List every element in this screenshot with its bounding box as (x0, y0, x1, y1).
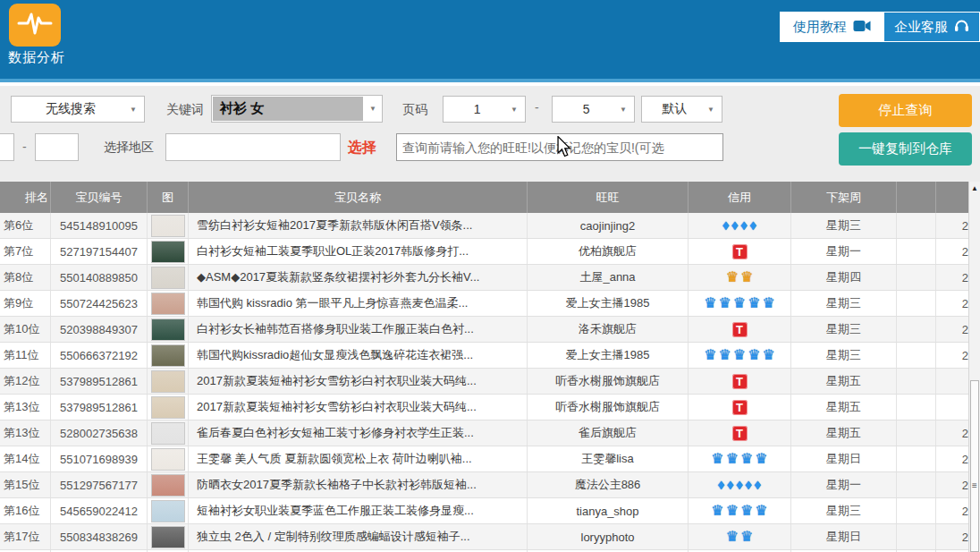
table-row[interactable]: 第10位 520398849307 白衬衫女长袖韩范百搭修身职业装工作服正装白色… (0, 317, 980, 343)
credit-cell: ♦♦♦♦♦ (689, 472, 791, 497)
header-offshelf-week[interactable]: 下架周 (791, 182, 897, 213)
wangwang-cell: 听香水榭服饰旗舰店 (528, 395, 689, 420)
item-name-cell: 韩国代购kissradio超仙女显瘦浅色飘逸碎花连衣裙强... (189, 343, 528, 368)
table-row[interactable]: 第16位 545659022412 短袖衬衫女职业装夏季蓝色工作服正装工装修身显… (0, 498, 980, 524)
table-row[interactable]: 第9位 550724425623 韩国代购 kissradio 第一眼平凡上身惊… (0, 291, 980, 317)
offshelf-week-cell: 星期五 (791, 395, 897, 420)
blue-crown-icon: ♛ (711, 504, 723, 518)
blue-crown-icon: ♛ (726, 530, 739, 544)
stop-query-button[interactable]: 停止查询 (839, 94, 972, 127)
wangwang-input[interactable] (396, 133, 723, 161)
table-row[interactable]: 第15位 551297567177 防晒衣女2017夏季新款长袖格子中长款衬衫韩… (0, 472, 980, 498)
product-thumbnail (151, 267, 185, 289)
rank-cell: 第14位 (0, 446, 51, 471)
header-wangwang[interactable]: 旺旺 (528, 182, 689, 213)
offshelf-week-cell: 星期三 (791, 498, 897, 523)
customer-service-button[interactable]: 企业客服 (883, 13, 979, 41)
table-row[interactable]: 第17位 550834838269 独立虫 2色入 / 定制特别纹理质感蝙蝠设计… (0, 524, 980, 550)
page-from-select[interactable]: 1 ▼ (443, 96, 526, 123)
blue-diamond-icon: ♦ (718, 478, 725, 492)
blue-diamond-icon: ♦ (722, 218, 730, 233)
blue-crown-icon: ♛ (718, 296, 731, 310)
price-from-input[interactable] (0, 133, 14, 161)
credit-cell: ♛♛♛♛♛ (689, 291, 791, 316)
rank-cell: 第6位 (0, 213, 51, 238)
product-thumbnail (151, 215, 185, 237)
vertical-scrollbar[interactable]: ▲ ≡ (968, 182, 980, 552)
thumbnail-cell (148, 265, 189, 290)
header-credit[interactable]: 信用 (689, 182, 791, 213)
table-row[interactable]: 第13位 528002735638 雀后春夏白色衬衫女短袖工装寸衫修身衬衣学生正… (0, 420, 980, 446)
table-row[interactable]: 第11位 550666372192 韩国代购kissradio超仙女显瘦浅色飘逸… (0, 343, 980, 369)
search-type-value: 无线搜索 (12, 101, 130, 117)
wangwang-cell: caojinjing2 (528, 213, 689, 238)
offshelf-week-cell: 星期三 (791, 343, 897, 368)
extra-cell-1 (897, 446, 936, 471)
region-input[interactable] (165, 133, 341, 161)
region-pick-link[interactable]: 选择 (348, 139, 376, 157)
item-id-cell: 545148910095 (51, 213, 148, 238)
offshelf-week-cell: 星期一 (791, 239, 897, 264)
results-table: 排名 宝贝编号 图 宝贝名称 旺旺 信用 下架周 第6位 54514891009… (0, 182, 980, 552)
blue-crown-icon: ♛ (726, 452, 739, 466)
header-item-id[interactable]: 宝贝编号 (51, 182, 148, 213)
blue-crown-icon: ♛ (711, 452, 723, 466)
item-name-cell: 白衬衫女短袖工装夏季职业OL正装2017韩版修身打... (189, 239, 528, 264)
header-image[interactable]: 图 (148, 182, 189, 213)
item-name-cell: ◆ASM◆2017夏装新款竖条纹裙摆衬衫外套九分长袖V... (189, 265, 528, 290)
header-extra-1[interactable] (897, 182, 936, 213)
item-name-cell: 防晒衣女2017夏季新款长袖格子中长款衬衫韩版短袖... (189, 472, 528, 497)
extra-cell-1 (897, 265, 936, 290)
credit-cell: T (689, 420, 791, 446)
offshelf-week-cell: 星期三 (791, 317, 897, 342)
blue-crown-icon: ♛ (704, 296, 716, 310)
up-arrow-icon[interactable]: ▲ (969, 184, 980, 192)
gold-crown-icon: ♛ (740, 270, 753, 284)
blue-diamond-icon: ♦ (727, 478, 734, 492)
blue-crown-icon: ♛ (748, 296, 760, 310)
wangwang-cell: loryyphoto (528, 524, 689, 549)
tutorial-button[interactable]: 使用教程 (781, 13, 883, 41)
customer-service-label: 企业客服 (894, 19, 948, 36)
extra-cell-1 (897, 343, 936, 368)
table-row[interactable]: 第6位 545148910095 雪纺白衬衫女短袖2017夏季新款韩版休闲百搭V… (0, 213, 980, 239)
blue-crown-icon: ♛ (748, 348, 760, 362)
tmall-icon: T (732, 374, 748, 389)
table-header-row: 排名 宝贝编号 图 宝贝名称 旺旺 信用 下架周 (0, 182, 980, 213)
header-rank[interactable]: 排名 (0, 182, 51, 213)
scrollbar-thumb[interactable]: ≡ (970, 380, 979, 552)
offshelf-week-cell: 星期日 (791, 446, 897, 471)
item-name-cell: 独立虫 2色入 / 定制特别纹理质感蝙蝠设计感短袖子... (189, 524, 528, 549)
product-thumbnail (151, 318, 185, 341)
table-row[interactable]: 第12位 537989512861 2017新款夏装短袖衬衫女雪纺衫白衬衣职业装… (0, 369, 980, 395)
offshelf-week-cell: 星期日 (791, 524, 897, 549)
item-name-cell: 2017新款夏装短袖衬衫女雪纺衫白衬衣职业装大码纯... (189, 395, 528, 420)
keyword-combobox[interactable]: 衬衫 女 ▼ (211, 95, 383, 123)
product-thumbnail (151, 293, 185, 315)
top-header-bar: 数据分析 使用教程 企业客服 (0, 0, 980, 82)
top-action-group: 使用教程 企业客服 (780, 12, 980, 42)
region-label: 选择地区 (104, 140, 154, 156)
price-to-input[interactable] (35, 133, 79, 161)
sort-mode-select[interactable]: 默认 ▼ (641, 96, 722, 123)
extra-cell-1 (897, 498, 936, 523)
thumbnail-cell (148, 395, 189, 420)
table-row[interactable]: 第14位 551071698939 王雯馨 美人气质 夏新款圆领宽松上衣 荷叶边… (0, 446, 980, 472)
blue-crown-icon: ♛ (740, 504, 753, 518)
header-item-name[interactable]: 宝贝名称 (189, 182, 528, 213)
search-type-select[interactable]: 无线搜索 ▼ (11, 96, 145, 123)
item-id-cell: 520398849307 (51, 317, 148, 342)
pulse-icon (16, 8, 54, 42)
copy-to-warehouse-button[interactable]: 一键复制到仓库 (839, 132, 972, 166)
table-row[interactable]: 第8位 550140889850 ◆ASM◆2017夏装新款竖条纹裙摆衬衫外套九… (0, 265, 980, 291)
page-to-select[interactable]: 5 ▼ (552, 96, 635, 123)
table-row[interactable]: 第7位 527197154407 白衬衫女短袖工装夏季职业OL正装2017韩版修… (0, 239, 980, 265)
product-thumbnail (151, 422, 185, 445)
table-row[interactable]: 第13位 537989512861 2017新款夏装短袖衬衫女雪纺衫白衬衣职业装… (0, 395, 980, 420)
item-id-cell: 537989512861 (51, 395, 148, 420)
page-to-value: 5 (553, 102, 620, 116)
chevron-down-icon: ▼ (707, 106, 722, 114)
blue-diamond-icon: ♦ (736, 478, 743, 492)
product-thumbnail (151, 370, 185, 393)
thumbnail-cell (148, 317, 189, 342)
